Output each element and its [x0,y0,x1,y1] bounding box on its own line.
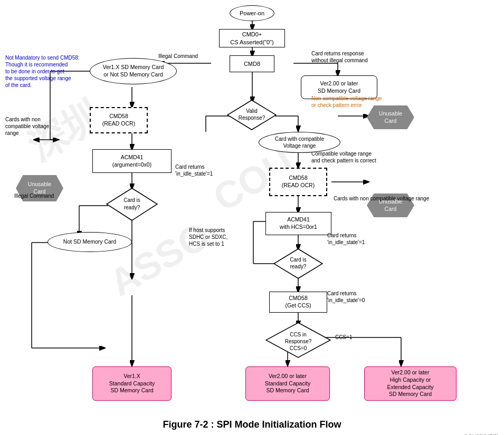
cards-non-compat-right-label: Cards with non compatible voltage range [334,195,436,202]
card-returns-label: Card returns responsewithout illegal com… [311,50,404,64]
svg-text:CCS=0: CCS=0 [290,345,307,351]
illegal-cmd-top-label: Illegal Command [158,53,198,60]
non-compat-voltage-label: Non-compatible voltage rangeor check pat… [311,95,404,109]
card-ready-top-node: Card is ready? [106,187,158,221]
ver1-card-node: Ver1.X SD Memory Card or Not SD Memory C… [90,58,177,84]
card-returns-idle1-right-label: Card returns'in_idle_state'=1 [327,232,396,246]
svg-text:CCS in: CCS in [290,332,307,337]
svg-text:Valid: Valid [246,108,258,114]
cmd58-mid-node: CMD58 (READ OCR) [269,168,327,196]
unusable1-node: Unusable Card [367,105,414,129]
cmd58-ccs-node: CMD58 (Get CCS) [269,292,327,313]
valid-response-node: Valid Response? [227,99,277,131]
ccs1-label: CCS=1 [335,334,353,341]
acmd41-hcs-node: ACMD41 with HCS=0or1 [265,212,331,235]
cards-non-compat-left-label: Cards with noncompatible voltagerange [5,116,69,137]
not-sd-node: Not SD Memory Card [47,232,132,252]
svg-text:Card is: Card is [290,257,307,263]
diagram-container: 深圳 ASSO COU [0,0,504,411]
svg-text:Card is: Card is [123,197,140,203]
ver2-std-node: Ver2.00 or later Standard Capacity SD Me… [245,366,330,401]
figure-title: Figure 7-2 : SPI Mode Initialization Flo… [0,414,504,433]
svg-text:ready?: ready? [290,264,307,269]
copyright: @51CTO博客 [0,433,504,435]
ver2-hc-node: Ver2.00 or later High Capacity or Extend… [364,366,457,401]
acmd41-top-node: ACMD41 (argument=0x0) [92,149,172,173]
card-returns-idle0-right-label: Card returns'in_idle_state'=0 [327,290,396,304]
cmd8-node: CMD8 [230,55,274,72]
svg-text:ready?: ready? [124,205,140,210]
power-on-node: Power-on [230,5,274,21]
ccs-response-node: CCS in Response? CCS=0 [265,322,331,359]
svg-text:Response?: Response? [285,339,312,344]
card-ready-bot-node: Card is ready? [273,248,324,279]
illegal-cmd-left-label: Illegal Command [14,192,54,199]
ver1-final-node: Ver1.X Standard Capacity SD Memory Card [92,366,172,401]
cmd0-node: CMD0+ CS Asserted("0") [219,29,285,47]
figure-title-container: Figure 7-2 : SPI Mode Initialization Flo… [0,411,504,435]
not-mandatory-label: Not Mandatory to send CMD58:Though it is… [5,54,90,89]
if-host-supports-label: If host supportsSDHC or SDXC,HCS is set … [189,227,271,247]
card-compat-node: Card with compatible Voltage range [259,132,340,153]
cmd58-top-node: CMD58 (READ OCR) [90,107,148,133]
svg-text:Response?: Response? [239,115,265,121]
card-returns-idle1-top-label: Card returns'in_idle_state'=1 [175,163,244,177]
compat-voltage-label: Compatible voltage rangeand check patter… [311,150,404,164]
